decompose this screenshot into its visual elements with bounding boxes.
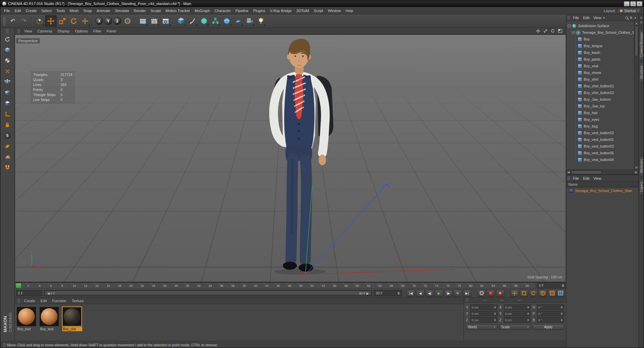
- spline-pen-button[interactable]: [187, 15, 198, 27]
- workplane-button[interactable]: [1, 141, 13, 152]
- range-start-field[interactable]: 0 F: [16, 290, 42, 296]
- takes-panel-row[interactable]: Teenage_Boy_School_Clothes_Stan: [566, 187, 638, 194]
- keyframe-settings-button[interactable]: [556, 290, 565, 297]
- viewport-menu-item[interactable]: Options: [72, 28, 90, 34]
- timeline-playhead[interactable]: [16, 283, 21, 288]
- object-type-icon[interactable]: [578, 111, 582, 115]
- play-button[interactable]: ▶: [435, 290, 443, 297]
- light-button[interactable]: [255, 15, 266, 27]
- last-used-tool-button[interactable]: [79, 15, 91, 27]
- coordinate-system-button[interactable]: [122, 15, 133, 27]
- object-name[interactable]: Boy_leash: [584, 51, 600, 55]
- menu-item[interactable]: 3DToAll: [294, 8, 311, 14]
- menu-item[interactable]: Simulate: [112, 8, 132, 14]
- menu-item[interactable]: Edit: [12, 8, 23, 14]
- material-thumbnail[interactable]: [39, 307, 59, 326]
- object-tree-row[interactable]: Boy_shirt_button02: [566, 89, 634, 96]
- object-tree-row[interactable]: Boy_leash: [566, 49, 634, 56]
- range-end-field[interactable]: 90 F: [374, 290, 402, 296]
- viewport-menu-item[interactable]: Cameras: [35, 28, 55, 34]
- object-type-icon[interactable]: [578, 77, 582, 82]
- object-name[interactable]: Boy: [584, 37, 590, 41]
- previous-frame-button[interactable]: ◀|: [425, 290, 434, 297]
- camera-button[interactable]: [244, 15, 255, 27]
- viewport-menu-item[interactable]: Filter: [90, 28, 104, 34]
- primitive-cube-button[interactable]: [175, 15, 187, 27]
- takes-panel-handle[interactable]: [567, 176, 570, 180]
- axis-lock-button[interactable]: [1, 119, 13, 130]
- menu-item[interactable]: Character: [212, 8, 233, 14]
- size-z-field[interactable]: 0 cm: [504, 317, 531, 323]
- object-name[interactable]: Boy_vest_button03: [584, 144, 614, 148]
- object-name[interactable]: Boy_vest_button04: [584, 158, 614, 162]
- maximize-button[interactable]: □: [630, 1, 636, 6]
- side-tab-lower[interactable]: Layers: [639, 178, 644, 195]
- menu-item[interactable]: Animate: [94, 8, 112, 14]
- rotate-tool-button[interactable]: [68, 15, 79, 27]
- object-type-icon[interactable]: [572, 24, 576, 28]
- close-button[interactable]: ×: [637, 1, 642, 6]
- live-selection-button[interactable]: [34, 15, 45, 27]
- object-tree-row[interactable]: Boy_Jaw_bottom: [566, 96, 634, 103]
- size-y-field[interactable]: 0 cm: [504, 311, 531, 316]
- make-editable-button[interactable]: [1, 34, 13, 45]
- object-type-icon[interactable]: [578, 158, 582, 162]
- object-type-icon[interactable]: [578, 104, 582, 108]
- scroll-to-first-icon[interactable]: ▲: [634, 16, 637, 19]
- object-tree-row[interactable]: Boy_vest_button03: [566, 143, 634, 150]
- viewport-menu-handle[interactable]: [17, 29, 20, 33]
- material-menu-item[interactable]: Function: [50, 298, 69, 303]
- viewport-pan-button[interactable]: [535, 28, 541, 34]
- object-tree-horizontal-scrollbar[interactable]: ◀ ▶: [566, 170, 638, 174]
- object-tree-row[interactable]: Boy_hair: [566, 109, 634, 116]
- object-tree-row[interactable]: Boy_shirt_button01: [566, 83, 634, 89]
- object-manager-handle[interactable]: [567, 16, 570, 20]
- object-tree-vertical-scrollbar[interactable]: ▲ ▼: [634, 21, 638, 170]
- axis-mode-button[interactable]: [1, 109, 13, 119]
- object-tree-row[interactable]: Boy_vest_button05: [566, 150, 634, 156]
- render-view-button[interactable]: [137, 15, 149, 27]
- side-tab-upper[interactable]: Content Browser: [639, 29, 644, 60]
- object-tree-row[interactable]: Boy_Jaw_top: [566, 103, 634, 109]
- menu-overflow-arrow-icon[interactable]: ▸: [603, 15, 605, 20]
- coordinates-handle[interactable]: [466, 298, 469, 301]
- material-menu-item[interactable]: Edit: [38, 298, 50, 303]
- size-mode-select[interactable]: Scale▾: [499, 324, 531, 330]
- object-type-icon[interactable]: [576, 30, 580, 35]
- x-axis-lock-button[interactable]: X: [95, 17, 103, 25]
- material-item[interactable]: Boy_bod: [39, 307, 60, 331]
- object-type-icon[interactable]: [578, 57, 582, 62]
- object-name[interactable]: Boy_vest_button05: [584, 151, 614, 155]
- goto-end-button[interactable]: ▶|: [463, 290, 471, 297]
- material-name[interactable]: Boy_bod: [17, 327, 37, 331]
- object-type-icon[interactable]: [578, 124, 582, 128]
- viewport-rotate-button[interactable]: [550, 28, 555, 34]
- object-type-icon[interactable]: [578, 151, 582, 155]
- keyframe-selection-button[interactable]: [477, 290, 486, 297]
- viewport-menu-item[interactable]: Display: [55, 28, 72, 34]
- material-name[interactable]: Boy_bod: [39, 327, 60, 331]
- environment-floor-button[interactable]: [232, 15, 244, 27]
- side-tab-upper[interactable]: Structure: [639, 62, 644, 83]
- object-type-icon[interactable]: [578, 131, 582, 135]
- viewport-zoom-button[interactable]: [543, 28, 548, 34]
- polygons-mode-button[interactable]: [1, 98, 13, 109]
- object-tree-row[interactable]: Boy: [566, 36, 634, 42]
- mode-palette-handle[interactable]: [6, 29, 9, 34]
- object-type-icon[interactable]: [578, 117, 582, 122]
- object-name[interactable]: Boy_vest: [584, 64, 598, 68]
- minimize-button[interactable]: _: [624, 1, 630, 6]
- redo-button[interactable]: ↷: [18, 15, 30, 27]
- menu-item[interactable]: Render: [132, 8, 148, 14]
- position-y-field[interactable]: 0 cm: [470, 311, 497, 316]
- viewport-menu-item[interactable]: View: [21, 28, 35, 34]
- object-tree-row[interactable]: Boy_vest: [566, 63, 634, 69]
- object-name[interactable]: Teenage_Boy_School_Clothes_Sta: [582, 30, 634, 34]
- viewport-toggle-button[interactable]: [557, 28, 563, 34]
- material-name[interactable]: Boy_clot: [62, 327, 82, 331]
- object-tree-row[interactable]: Boy_vest_button04: [566, 156, 634, 163]
- strip-scroll-down-icon[interactable]: ▼: [639, 20, 643, 24]
- viewport-label[interactable]: Perspective: [16, 38, 40, 44]
- rotation-h-field[interactable]: 0 °: [537, 304, 564, 310]
- object-tree-row[interactable]: Boy_shirt: [566, 76, 634, 83]
